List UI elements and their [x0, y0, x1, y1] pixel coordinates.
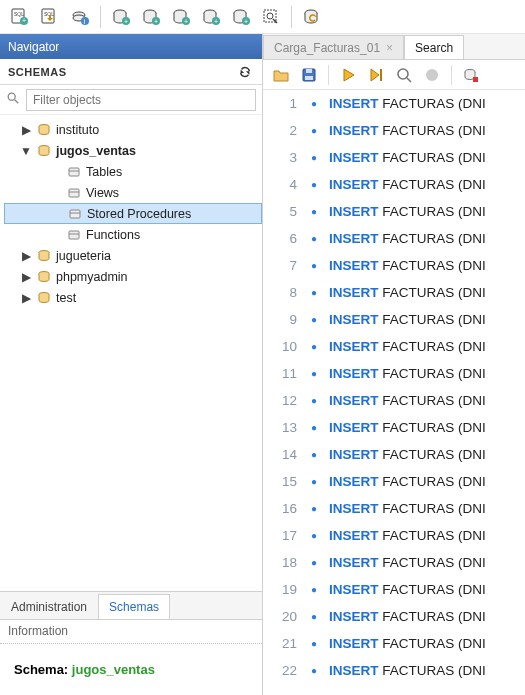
stop-icon[interactable] [420, 63, 444, 87]
line-number: 9 [263, 306, 305, 333]
code-line[interactable]: 6●INSERT FACTURAS (DNI [263, 225, 525, 252]
search-db-icon[interactable] [257, 4, 285, 30]
chevron-right-icon[interactable]: ▶ [20, 249, 32, 263]
code-line[interactable]: 3●INSERT FACTURAS (DNI [263, 144, 525, 171]
code-line[interactable]: 5●INSERT FACTURAS (DNI [263, 198, 525, 225]
svg-rect-37 [70, 210, 80, 218]
code-text: INSERT FACTURAS (DNI [323, 198, 525, 225]
db-refresh-icon[interactable] [298, 4, 326, 30]
code-line[interactable]: 2●INSERT FACTURAS (DNI [263, 117, 525, 144]
line-number: 6 [263, 225, 305, 252]
code-line[interactable]: 14●INSERT FACTURAS (DNI [263, 441, 525, 468]
statement-marker-icon: ● [305, 90, 323, 117]
code-line[interactable]: 22●INSERT FACTURAS (DNI [263, 657, 525, 684]
code-text: INSERT FACTURAS (DNI [323, 279, 525, 306]
folder-view-icon [66, 185, 82, 201]
db-add-icon[interactable]: + [107, 4, 135, 30]
editor-tab-file[interactable]: Carga_Facturas_01 × [263, 35, 404, 59]
chevron-right-icon[interactable]: ▶ [20, 291, 32, 305]
tree-item-label: jugos_ventas [56, 144, 136, 158]
line-number: 21 [263, 630, 305, 657]
folder-table-icon [66, 164, 82, 180]
info-icon[interactable]: i [66, 4, 94, 30]
chevron-right-icon[interactable]: ▶ [20, 123, 32, 137]
sql-open-icon[interactable]: SQL [36, 4, 64, 30]
reconnect-icon[interactable] [459, 63, 483, 87]
code-line[interactable]: 10●INSERT FACTURAS (DNI [263, 333, 525, 360]
code-line[interactable]: 7●INSERT FACTURAS (DNI [263, 252, 525, 279]
tree-item[interactable]: Views [4, 182, 262, 203]
run-current-icon[interactable] [364, 63, 388, 87]
table-edit-icon[interactable]: + [167, 4, 195, 30]
code-line[interactable]: 16●INSERT FACTURAS (DNI [263, 495, 525, 522]
editor-toolbar [263, 60, 525, 90]
code-text: INSERT FACTURAS (DNI [323, 171, 525, 198]
code-line[interactable]: 4●INSERT FACTURAS (DNI [263, 171, 525, 198]
editor-tab-search[interactable]: Search [404, 35, 464, 59]
svg-point-26 [267, 13, 273, 19]
statement-marker-icon: ● [305, 279, 323, 306]
navigator-panel: Navigator SCHEMAS ▶instituto▼jugos_venta… [0, 34, 263, 695]
chevron-right-icon[interactable]: ▶ [20, 270, 32, 284]
svg-rect-46 [305, 76, 313, 80]
svg-rect-35 [69, 189, 79, 197]
svg-text:+: + [124, 17, 128, 24]
line-number: 7 [263, 252, 305, 279]
tree-item[interactable]: ▶phpmyadmin [4, 266, 262, 287]
explain-icon[interactable] [392, 63, 416, 87]
line-number: 18 [263, 549, 305, 576]
tree-item[interactable]: Tables [4, 161, 262, 182]
main-toolbar: SQL+SQLi+++++ [0, 0, 525, 34]
statement-marker-icon: ● [305, 306, 323, 333]
filter-input[interactable] [26, 89, 256, 111]
tree-item-label: instituto [56, 123, 99, 137]
tree-item-label: Functions [86, 228, 140, 242]
run-icon[interactable] [336, 63, 360, 87]
code-line[interactable]: 21●INSERT FACTURAS (DNI [263, 630, 525, 657]
refresh-schemas-icon[interactable] [236, 63, 254, 81]
code-line[interactable]: 19●INSERT FACTURAS (DNI [263, 576, 525, 603]
save-icon[interactable] [297, 63, 321, 87]
code-line[interactable]: 9●INSERT FACTURAS (DNI [263, 306, 525, 333]
tree-item[interactable]: ▶instituto [4, 119, 262, 140]
tree-item[interactable]: ▶jugueteria [4, 245, 262, 266]
statement-marker-icon: ● [305, 468, 323, 495]
code-line[interactable]: 12●INSERT FACTURAS (DNI [263, 387, 525, 414]
svg-point-50 [426, 69, 438, 81]
line-number: 20 [263, 603, 305, 630]
code-line[interactable]: 1●INSERT FACTURAS (DNI [263, 90, 525, 117]
tree-item[interactable]: ▼jugos_ventas [4, 140, 262, 161]
column-add-icon[interactable]: + [197, 4, 225, 30]
chevron-down-icon[interactable]: ▼ [20, 144, 32, 158]
tree-item[interactable]: Functions [4, 224, 262, 245]
tree-item[interactable]: ▶test [4, 287, 262, 308]
open-file-icon[interactable] [269, 63, 293, 87]
code-line[interactable]: 13●INSERT FACTURAS (DNI [263, 414, 525, 441]
code-line[interactable]: 20●INSERT FACTURAS (DNI [263, 603, 525, 630]
statement-marker-icon: ● [305, 657, 323, 684]
tab-administration[interactable]: Administration [0, 594, 98, 619]
tree-item-label: Stored Procedures [87, 207, 191, 221]
sql-new-icon[interactable]: SQL+ [6, 4, 34, 30]
code-text: INSERT FACTURAS (DNI [323, 522, 525, 549]
table-add-icon[interactable]: + [137, 4, 165, 30]
tree-item-label: Tables [86, 165, 122, 179]
close-tab-icon[interactable]: × [386, 41, 393, 55]
svg-text:+: + [214, 17, 218, 24]
code-line[interactable]: 18●INSERT FACTURAS (DNI [263, 549, 525, 576]
statement-marker-icon: ● [305, 333, 323, 360]
proc-add-icon[interactable]: + [227, 4, 255, 30]
tab-schemas[interactable]: Schemas [98, 594, 170, 619]
code-line[interactable]: 17●INSERT FACTURAS (DNI [263, 522, 525, 549]
code-line[interactable]: 15●INSERT FACTURAS (DNI [263, 468, 525, 495]
folder-proc-icon [67, 206, 83, 222]
schema-tree[interactable]: ▶instituto▼jugos_ventasTablesViewsStored… [0, 115, 262, 591]
editor-tab-search-label: Search [415, 41, 453, 55]
code-line[interactable]: 11●INSERT FACTURAS (DNI [263, 360, 525, 387]
tree-item[interactable]: Stored Procedures [4, 203, 262, 224]
line-number: 13 [263, 414, 305, 441]
svg-rect-39 [69, 231, 79, 239]
sql-editor[interactable]: 1●INSERT FACTURAS (DNI2●INSERT FACTURAS … [263, 90, 525, 695]
code-line[interactable]: 8●INSERT FACTURAS (DNI [263, 279, 525, 306]
statement-marker-icon: ● [305, 549, 323, 576]
